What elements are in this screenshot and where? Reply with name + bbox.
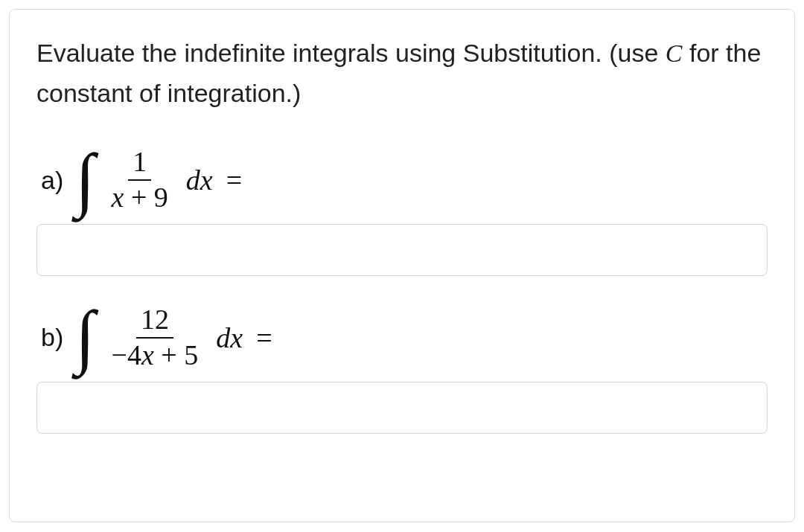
problem-b-expression: b) ∫ 12 −4x + 5 dx = [36, 303, 768, 373]
denominator-a: x + 9 [107, 181, 173, 215]
numerator-a: 1 [128, 145, 151, 181]
question-card: Evaluate the indefinite integrals using … [9, 9, 795, 522]
prompt-text-1: Evaluate the indefinite integrals using … [36, 39, 666, 67]
differential-b: dx [216, 321, 243, 354]
question-prompt: Evaluate the indefinite integrals using … [36, 33, 768, 112]
problem-a-expression: a) ∫ 1 x + 9 dx = [36, 145, 768, 215]
integral-sign-icon: ∫ [75, 311, 95, 361]
problem-a: a) ∫ 1 x + 9 dx = [36, 145, 768, 276]
equals-a: = [226, 164, 242, 196]
integral-sign-icon: ∫ [75, 154, 95, 204]
problem-b: b) ∫ 12 −4x + 5 dx = [36, 303, 768, 434]
problem-a-label: a) [41, 166, 63, 195]
differential-a: dx [186, 164, 213, 196]
answer-input-a[interactable] [36, 224, 768, 276]
numerator-b: 12 [136, 303, 173, 339]
answer-input-b[interactable] [36, 382, 768, 434]
problem-b-label: b) [41, 323, 63, 352]
denominator-b: −4x + 5 [107, 339, 203, 373]
fraction-a: 1 x + 9 [107, 145, 173, 215]
equals-b: = [256, 321, 272, 354]
fraction-b: 12 −4x + 5 [107, 303, 203, 373]
constant-symbol: C [666, 39, 683, 67]
